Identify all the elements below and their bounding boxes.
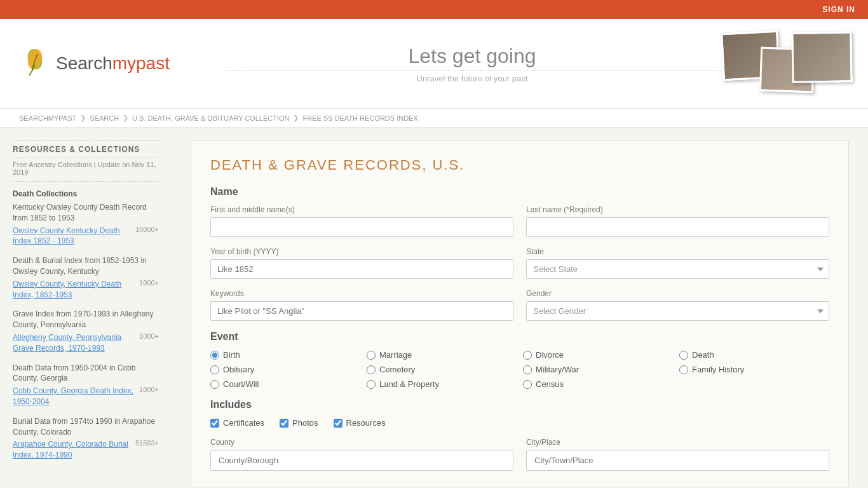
event-obituary-label: Obituary <box>223 365 254 374</box>
event-obituary-radio[interactable] <box>210 365 219 374</box>
sidebar-item-link-row: Cobb County, Georgia Death Index, 1950-2… <box>13 386 159 407</box>
include-resources-checkbox[interactable] <box>334 419 342 428</box>
sidebar-item-link-row: Allegheny County, Pennsylvania Grave Rec… <box>13 332 159 354</box>
event-birth[interactable]: Birth <box>210 350 360 360</box>
keywords-gender-row: Keywords Gender Select Gender Male Femal… <box>210 289 829 321</box>
include-certificates-label: Certificates <box>223 418 264 428</box>
include-photos[interactable]: Photos <box>280 418 318 428</box>
sidebar-category: Death Collections <box>13 189 159 198</box>
event-death[interactable]: Death <box>679 350 829 360</box>
sidebar-item-desc: Death Data from 1950-2004 in Cobb County… <box>13 363 159 384</box>
breadcrumb-current[interactable]: FREE SS DEATH RECORDS INDEX <box>302 114 417 122</box>
last-name-input[interactable] <box>526 217 829 237</box>
sidebar-item-desc: Kentucky Owsley County Death Record from… <box>13 202 159 224</box>
list-item: Death & Burial Index from 1852-1953 in O… <box>13 255 159 300</box>
gender-group: Gender Select Gender Male Female <box>526 289 829 321</box>
event-radio-grid: Birth Marriage Divorce Death <box>210 350 829 389</box>
event-family-radio[interactable] <box>679 365 688 374</box>
event-obituary[interactable]: Obituary <box>210 365 360 374</box>
breadcrumb-collection[interactable]: U.S. DEATH, GRAVE & OBITUARY COLLECTION <box>132 114 289 122</box>
gender-select[interactable]: Select Gender Male Female <box>526 301 829 321</box>
includes-checkbox-row: Certificates Photos Resources <box>210 418 829 428</box>
sidebar-item-link-row: Owsley County Kentucky Death Index 1852 … <box>13 226 159 247</box>
sidebar-item-link[interactable]: Owsley County Kentucky Death Index 1852 … <box>13 226 132 247</box>
sidebar-item-link-row: Owsley County, Kentucky Death Index, 185… <box>13 279 159 301</box>
header-photos <box>722 29 849 98</box>
include-certificates-checkbox[interactable] <box>210 419 219 428</box>
event-cemetery[interactable]: Cemetery <box>367 365 517 374</box>
event-land[interactable]: Land & Property <box>367 379 517 389</box>
event-military-label: Military/War <box>536 365 579 374</box>
sidebar-item-link-row: Arapahoe County, Colorado Burial Index, … <box>13 439 159 461</box>
keywords-group: Keywords <box>210 289 513 321</box>
sidebar-item-count: 51593+ <box>135 439 159 447</box>
sidebar-item-link[interactable]: Owsley County, Kentucky Death Index, 185… <box>13 279 135 301</box>
list-item: Burial Data from 1974to 1990 in Arapahoe… <box>13 416 159 461</box>
event-military[interactable]: Military/War <box>523 365 673 374</box>
signin-link[interactable]: SIGN IN <box>822 5 855 14</box>
sidebar-item-desc: Burial Data from 1974to 1990 in Arapahoe… <box>13 416 159 438</box>
sidebar-item-count: 1000+ <box>139 279 159 287</box>
list-item: Kentucky Owsley County Death Record from… <box>13 202 159 247</box>
event-section-title: Event <box>210 331 829 342</box>
first-name-input[interactable] <box>210 217 513 237</box>
city-group: City/Place <box>526 438 829 471</box>
event-court-label: Court/Will <box>223 379 259 389</box>
includes-section-title: Includes <box>210 399 829 410</box>
county-input[interactable] <box>210 450 513 471</box>
event-birth-radio[interactable] <box>210 351 219 360</box>
include-photos-label: Photos <box>292 418 318 428</box>
event-land-radio[interactable] <box>367 380 376 389</box>
event-cemetery-radio[interactable] <box>367 365 376 374</box>
last-name-label: Last name (*Required) <box>526 205 829 214</box>
event-marriage[interactable]: Marriage <box>367 350 517 360</box>
event-census[interactable]: Census <box>523 379 673 389</box>
event-marriage-radio[interactable] <box>367 351 376 360</box>
sidebar-item-count: 10000+ <box>135 226 159 233</box>
header: Searchmypast Lets get going Unravel the … <box>0 19 868 109</box>
event-divorce-radio[interactable] <box>523 351 532 360</box>
tagline-sub: Unravel the future of your past <box>222 71 722 83</box>
gender-label: Gender <box>526 289 829 298</box>
event-divorce-label: Divorce <box>536 350 564 360</box>
name-row: First and middle name(s) Last name (*Req… <box>210 205 829 237</box>
logo-text: Searchmypast <box>56 53 170 74</box>
main-layout: RESOURCES & COLLECTIONS Free Ancestry Co… <box>0 128 868 488</box>
event-death-label: Death <box>692 350 714 360</box>
keywords-input[interactable] <box>210 301 513 321</box>
event-section: Event Birth Marriage Divorce <box>210 331 829 389</box>
state-select[interactable]: Select State AlabamaAlaskaArizona Arkans… <box>526 259 829 279</box>
event-census-radio[interactable] <box>523 380 532 389</box>
event-court[interactable]: Court/Will <box>210 379 360 389</box>
city-input[interactable] <box>526 450 829 471</box>
breadcrumb-home[interactable]: SEARCHMYPAST <box>19 114 76 122</box>
content: DEATH & GRAVE RECORDS, U.S. Name First a… <box>172 128 868 488</box>
logo-icon <box>19 48 51 79</box>
logo-area: Searchmypast <box>19 48 197 79</box>
include-certificates[interactable]: Certificates <box>210 418 264 428</box>
year-input[interactable] <box>210 259 513 279</box>
first-name-label: First and middle name(s) <box>210 205 513 214</box>
state-group: State Select State AlabamaAlaskaArizona … <box>526 247 829 279</box>
tagline-title: Lets get going <box>222 44 722 68</box>
event-birth-label: Birth <box>223 350 240 360</box>
name-section-title: Name <box>210 186 829 198</box>
breadcrumb-search[interactable]: SEARCH <box>90 114 119 122</box>
include-resources[interactable]: Resources <box>334 418 386 428</box>
event-family-label: Family History <box>692 365 744 374</box>
include-photos-checkbox[interactable] <box>280 419 288 428</box>
sidebar-item-link[interactable]: Allegheny County, Pennsylvania Grave Rec… <box>13 332 135 354</box>
event-family[interactable]: Family History <box>679 365 829 374</box>
event-court-radio[interactable] <box>210 380 219 389</box>
sidebar-item-link[interactable]: Cobb County, Georgia Death Index, 1950-2… <box>13 386 135 407</box>
event-divorce[interactable]: Divorce <box>523 350 673 360</box>
sidebar-item-link[interactable]: Arapahoe County, Colorado Burial Index, … <box>13 439 132 461</box>
top-bar: SIGN IN <box>0 0 868 19</box>
include-resources-label: Resources <box>346 418 386 428</box>
event-military-radio[interactable] <box>523 365 532 374</box>
city-label: City/Place <box>526 438 829 447</box>
event-census-label: Census <box>536 379 564 389</box>
form-panel: DEATH & GRAVE RECORDS, U.S. Name First a… <box>191 140 849 487</box>
photo-collage <box>722 29 849 98</box>
event-death-radio[interactable] <box>679 351 688 360</box>
